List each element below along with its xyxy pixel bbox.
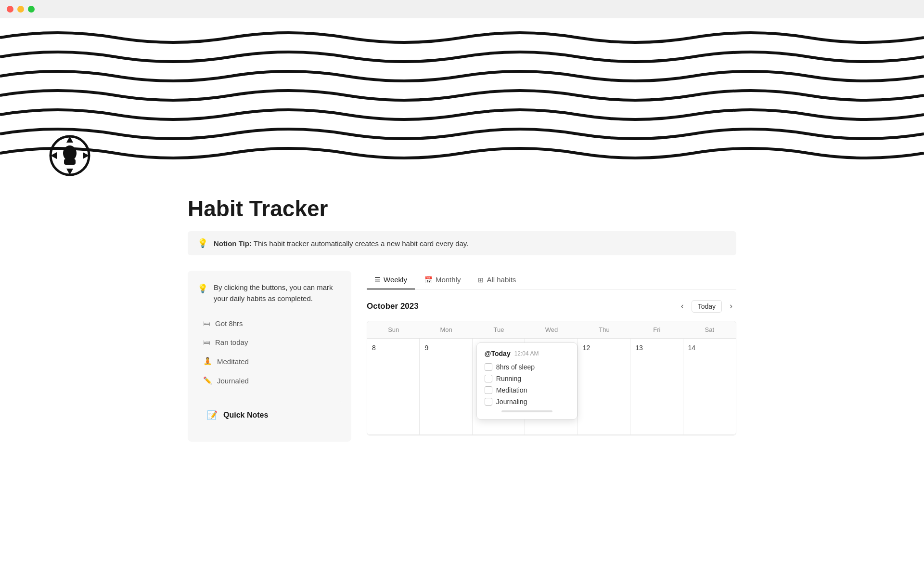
journaling-checkbox[interactable]	[485, 398, 492, 406]
page-content: Habit Tracker 💡 Notion Tip: This habit t…	[149, 196, 775, 480]
cal-cell-13: 13	[630, 339, 683, 435]
day-header-tue: Tue	[473, 321, 525, 338]
cal-cell-14: 14	[683, 339, 736, 435]
close-button[interactable]	[7, 6, 13, 13]
sleep-label: 8hrs of sleep	[496, 363, 535, 371]
tip-body: This habit tracker automatically creates…	[254, 239, 469, 248]
day-header-mon: Mon	[420, 321, 472, 338]
run-icon: 🛏	[203, 338, 210, 346]
tab-monthly-label: Monthly	[436, 276, 461, 284]
journal-icon: ✏️	[203, 376, 212, 385]
window-bar	[0, 0, 924, 18]
calendar-grid-container: Sun Mon Tue Wed Thu Fri Sat 8 9	[367, 321, 736, 435]
banner	[0, 18, 924, 182]
calendar-nav: ‹ Today ›	[677, 299, 736, 313]
left-panel: 💡 By clicking the buttons, you can mark …	[188, 271, 351, 442]
popup-item-journaling: Journaling	[485, 398, 569, 406]
habit-label-meditated: Meditated	[217, 357, 249, 366]
calendar-month-label: October 2023	[367, 302, 419, 311]
sleep-checkbox[interactable]	[485, 363, 492, 371]
cal-cell-10: 10 @Today 12:04 AM 8hrs of sleep	[473, 339, 525, 435]
habit-label-got8hrs: Got 8hrs	[215, 319, 243, 328]
meditation-checkbox[interactable]	[485, 386, 492, 394]
wave-background	[0, 18, 924, 182]
meditate-icon: 🧘	[203, 357, 212, 366]
running-checkbox[interactable]	[485, 375, 492, 382]
day-header-fri: Fri	[630, 321, 683, 338]
tip-icon: 💡	[197, 238, 208, 249]
popup-item-running: Running	[485, 375, 569, 382]
popup-title: @Today	[485, 350, 511, 357]
quick-notes-icon: 📝	[207, 410, 218, 420]
popup-header: @Today 12:04 AM	[485, 350, 569, 357]
tab-all-habits[interactable]: ⊞ All habits	[470, 271, 524, 289]
tab-weekly[interactable]: ☰ Weekly	[367, 271, 415, 289]
habit-item-got8hrs[interactable]: 🛏 Got 8hrs	[197, 315, 342, 331]
main-layout: 💡 By clicking the buttons, you can mark …	[188, 271, 736, 442]
habit-label-journaled: Journaled	[217, 377, 249, 385]
cal-cell-12: 12	[578, 339, 630, 435]
popup-scrollbar	[501, 410, 552, 412]
today-button[interactable]: Today	[692, 300, 722, 313]
tip-prefix: Notion Tip:	[214, 239, 252, 248]
journaling-label: Journaling	[496, 398, 527, 406]
day-header-wed: Wed	[525, 321, 578, 338]
calendar-header: October 2023 ‹ Today ›	[367, 299, 736, 313]
cal-date-9: 9	[424, 344, 428, 352]
quick-notes-section[interactable]: 📝 Quick Notes	[197, 400, 342, 430]
quick-notes-label: Quick Notes	[223, 411, 268, 420]
calendar-grid: 8 9 10 @Today 12:04 AM	[367, 339, 736, 435]
habit-item-journaled[interactable]: ✏️ Journaled	[197, 372, 342, 389]
cal-date-12: 12	[583, 344, 590, 352]
cal-cell-9: 9	[420, 339, 472, 435]
running-label: Running	[496, 375, 521, 382]
weekly-icon: ☰	[374, 276, 381, 284]
cal-date-14: 14	[688, 344, 696, 352]
intro-tip-icon: 💡	[197, 283, 208, 294]
day-header-sat: Sat	[683, 321, 736, 338]
popup-time: 12:04 AM	[514, 350, 539, 357]
monthly-icon: 📅	[424, 276, 433, 284]
tab-monthly[interactable]: 📅 Monthly	[417, 271, 469, 289]
page-title: Habit Tracker	[188, 196, 736, 222]
habit-list: 🛏 Got 8hrs 🛏 Ran today 🧘 Meditated ✏️ Jo…	[197, 315, 342, 389]
cal-date-13: 13	[635, 344, 643, 352]
tab-weekly-label: Weekly	[384, 276, 407, 284]
calendar-day-headers: Sun Mon Tue Wed Thu Fri Sat	[367, 321, 736, 339]
fullscreen-button[interactable]	[28, 6, 35, 13]
svg-rect-2	[64, 159, 76, 165]
all-habits-icon: ⊞	[478, 276, 484, 284]
today-popup: @Today 12:04 AM 8hrs of sleep Running	[476, 342, 578, 420]
right-panel: ☰ Weekly 📅 Monthly ⊞ All habits October …	[367, 271, 736, 435]
habit-label-ran: Ran today	[215, 338, 248, 346]
cal-date-8: 8	[372, 344, 376, 352]
cal-cell-8: 8	[367, 339, 420, 435]
habit-item-meditated[interactable]: 🧘 Meditated	[197, 353, 342, 369]
bed-icon: 🛏	[203, 319, 210, 328]
tip-bar: 💡 Notion Tip: This habit tracker automat…	[188, 231, 736, 255]
prev-month-button[interactable]: ‹	[677, 299, 688, 313]
day-header-thu: Thu	[578, 321, 630, 338]
tab-all-habits-label: All habits	[487, 276, 516, 284]
popup-item-sleep: 8hrs of sleep	[485, 363, 569, 371]
day-header-sun: Sun	[367, 321, 420, 338]
intro-text: By clicking the buttons, you can mark yo…	[214, 282, 342, 304]
meditation-label: Meditation	[496, 386, 527, 394]
popup-item-meditation: Meditation	[485, 386, 569, 394]
left-intro: 💡 By clicking the buttons, you can mark …	[197, 282, 342, 304]
view-tabs: ☰ Weekly 📅 Monthly ⊞ All habits	[367, 271, 736, 289]
habit-item-ran[interactable]: 🛏 Ran today	[197, 334, 342, 350]
tip-text: Notion Tip: This habit tracker automatic…	[214, 239, 468, 248]
svg-point-1	[63, 145, 77, 161]
next-month-button[interactable]: ›	[726, 299, 736, 313]
minimize-button[interactable]	[17, 6, 24, 13]
